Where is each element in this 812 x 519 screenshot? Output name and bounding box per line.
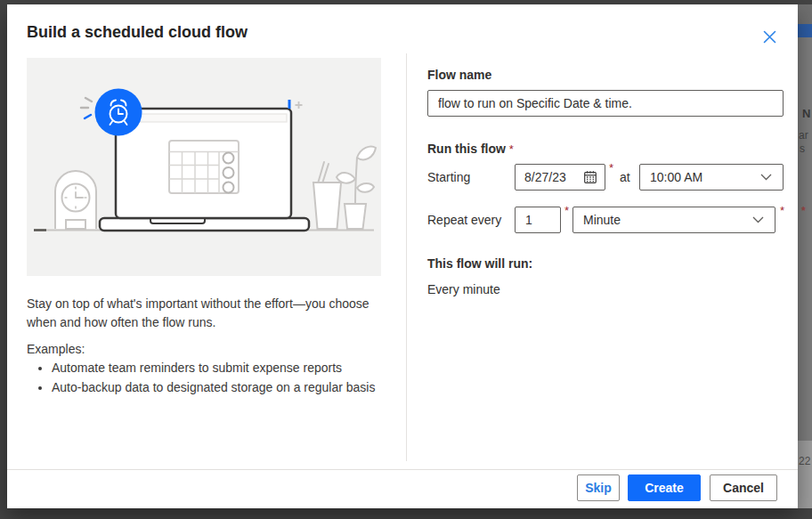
- scheduled-flow-dialog: Build a scheduled cloud flow: [7, 4, 798, 508]
- repeat-interval-input[interactable]: [515, 207, 561, 233]
- skip-button[interactable]: Skip: [577, 474, 620, 501]
- required-marker: *: [564, 204, 569, 217]
- background-text-fragment: *: [801, 206, 806, 216]
- dialog-description: Stay on top of what's important without …: [27, 295, 388, 332]
- example-item: Automate team reminders to submit expens…: [52, 359, 383, 378]
- dialog-title: Build a scheduled cloud flow: [27, 23, 248, 42]
- cancel-button[interactable]: Cancel: [710, 474, 777, 501]
- scheduled-flow-illustration: [27, 58, 381, 276]
- starting-label: Starting: [427, 164, 470, 191]
- flow-name-label: Flow name: [427, 68, 491, 82]
- screenshot-stage: N ar s * 22 Build a scheduled cloud flow: [0, 0, 812, 519]
- background-text-fragment: ar: [799, 130, 808, 141]
- run-this-flow-label: Run this flow *: [427, 142, 514, 156]
- start-time-value: 10:00 AM: [650, 170, 702, 184]
- background-text-fragment: s: [800, 143, 805, 154]
- calendar-icon: [583, 170, 597, 184]
- start-time-dropdown[interactable]: 10:00 AM: [639, 164, 784, 191]
- repeat-frequency-value: Minute: [583, 213, 621, 227]
- chevron-down-icon: [760, 174, 772, 181]
- background-text-fragment: 22: [799, 456, 810, 466]
- create-button[interactable]: Create: [628, 474, 701, 501]
- close-button[interactable]: [758, 25, 781, 48]
- at-label: at: [620, 164, 630, 191]
- illustration-graphic: [27, 58, 381, 276]
- close-icon: [763, 30, 776, 44]
- background-band: [798, 441, 812, 508]
- chevron-down-icon: [752, 216, 764, 223]
- flow-summary-value: Every minute: [427, 282, 500, 296]
- required-marker: *: [609, 161, 613, 174]
- flow-summary-label: This flow will run:: [427, 256, 532, 271]
- required-marker: *: [509, 142, 514, 156]
- dimmed-background-strip: N ar s * 22: [798, 4, 812, 508]
- repeat-frequency-dropdown[interactable]: Minute: [572, 207, 775, 233]
- examples-label: Examples:: [27, 342, 85, 356]
- column-divider: [406, 53, 407, 461]
- flow-name-input[interactable]: [427, 90, 784, 117]
- required-marker: *: [780, 204, 784, 217]
- run-this-flow-text: Run this flow: [427, 142, 506, 156]
- example-item: Auto-backup data to designated storage o…: [52, 378, 383, 398]
- background-blue-bar: [798, 24, 812, 37]
- start-date-picker[interactable]: 8/27/23: [515, 164, 605, 191]
- footer-divider: [7, 469, 798, 470]
- examples-list: Automate team reminders to submit expens…: [32, 359, 383, 397]
- background-text-fragment: N: [802, 109, 810, 119]
- background-band: [798, 4, 812, 24]
- repeat-every-label: Repeat every: [427, 207, 501, 233]
- start-date-value: 8/27/23: [524, 170, 566, 184]
